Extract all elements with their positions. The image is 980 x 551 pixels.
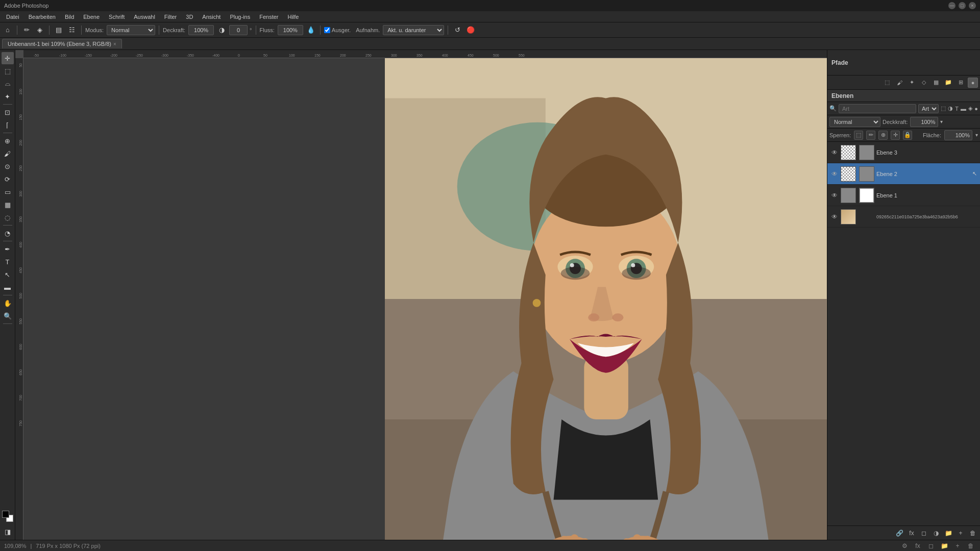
panel-icon-folder[interactable]: 📁 <box>943 78 953 88</box>
deckkraft-arrow[interactable]: ▾ <box>940 119 943 124</box>
deckkraft-input[interactable] <box>910 117 938 127</box>
shape-tool[interactable]: ▬ <box>2 281 14 293</box>
eyedropper-tool[interactable]: ⌈ <box>2 119 14 131</box>
menu-bild[interactable]: Bild <box>61 13 78 21</box>
layer-type-adjust[interactable]: ◑ <box>948 104 953 113</box>
panel-icon-star[interactable]: ✦ <box>906 78 917 88</box>
text-tool[interactable]: T <box>2 256 14 268</box>
menu-hilfe[interactable]: Hilfe <box>283 13 303 21</box>
new-group-btn[interactable]: 📁 <box>943 528 953 538</box>
brush-tool[interactable]: 🖌 <box>2 147 14 160</box>
menu-schrift[interactable]: Schrift <box>105 13 129 21</box>
akt-dropdown[interactable]: Akt. u. darunter Alle Ebenen Aktuelle Eb… <box>383 25 444 35</box>
close-tab-button[interactable]: × <box>113 41 116 47</box>
close-button[interactable]: × <box>969 2 976 9</box>
link-layers-btn[interactable]: 🔗 <box>894 528 904 538</box>
pen-tool[interactable]: ✒ <box>2 243 14 255</box>
hand-tool[interactable]: ✋ <box>2 297 14 309</box>
crop-tool[interactable]: ⊡ <box>2 106 14 118</box>
photo-canvas[interactable] <box>385 58 827 540</box>
document-tab[interactable]: Unbenannt-1 bei 109% (Ebene 3, RGB/8) × <box>2 39 122 48</box>
lasso-tool[interactable]: ⌓ <box>2 78 14 90</box>
tb-extra-icon1[interactable]: ↺ <box>452 24 463 36</box>
tb-icon-2[interactable]: ☷ <box>66 24 78 36</box>
minimize-button[interactable]: — <box>948 2 955 9</box>
layer-type-smart[interactable]: ◈ <box>968 104 972 113</box>
quick-mask-btn[interactable]: ◨ <box>2 525 14 538</box>
clone-tool[interactable]: ⊙ <box>2 160 14 172</box>
lock-position-btn[interactable]: ✏ <box>866 131 875 140</box>
add-mask-btn[interactable]: ◻ <box>919 528 929 538</box>
ausger-checkbox[interactable] <box>324 27 330 33</box>
tb-icon-1[interactable]: ▤ <box>53 24 64 36</box>
history-tool[interactable]: ⟳ <box>2 173 14 185</box>
status-icon-2[interactable]: fx <box>913 541 923 551</box>
menu-3d[interactable]: 3D <box>182 13 197 21</box>
heal-tool[interactable]: ⊕ <box>2 135 14 147</box>
add-style-btn[interactable]: fx <box>906 528 917 538</box>
dodge-tool[interactable]: ◔ <box>2 227 14 239</box>
layer-visibility-toggle[interactable]: 👁 <box>830 148 839 157</box>
status-icon-4[interactable]: 📁 <box>939 541 949 551</box>
flache-input[interactable] <box>944 130 972 140</box>
fg-bg-colors[interactable] <box>2 511 13 522</box>
modus-dropdown[interactable]: Normal Auflösen Multiplizieren <box>107 25 155 35</box>
layer-visibility-toggle[interactable]: 👁 <box>830 191 839 199</box>
layer-row[interactable]: 👁 09265c211e010a725e3ba4623a92b5b6 <box>827 206 980 228</box>
layer-visibility-toggle[interactable]: 👁 <box>830 170 839 178</box>
fluss-icon[interactable]: 💧 <box>305 24 316 36</box>
new-layer-btn[interactable]: + <box>955 528 966 538</box>
fluss-input[interactable] <box>278 25 303 35</box>
brush-tool-icon[interactable]: ✏ <box>21 24 32 36</box>
home-icon[interactable]: ⌂ <box>2 24 13 36</box>
gradient-tool[interactable]: ▦ <box>2 198 14 211</box>
layer-visibility-toggle[interactable]: 👁 <box>830 213 839 221</box>
tool-preset-icon[interactable]: ◈ <box>34 24 45 36</box>
menu-datei[interactable]: Datei <box>2 13 23 21</box>
menu-ansicht[interactable]: Ansicht <box>198 13 225 21</box>
layer-filter-toggle[interactable]: ● <box>974 104 978 113</box>
deckraft-input[interactable] <box>188 25 214 35</box>
status-icon-3[interactable]: ◻ <box>926 541 936 551</box>
move-tool[interactable]: ✛ <box>2 52 14 64</box>
panel-icon-fill[interactable]: ▦ <box>931 78 941 88</box>
layer-type-pixel[interactable]: ⬚ <box>941 104 946 113</box>
layer-row[interactable]: 👁 Ebene 1 <box>827 185 980 206</box>
maximize-button[interactable]: □ <box>959 2 966 9</box>
menu-plugins[interactable]: Plug-ins <box>226 13 254 21</box>
foreground-color[interactable] <box>2 511 9 518</box>
lock-all-btn[interactable]: 🔒 <box>903 131 912 140</box>
status-icon-1[interactable]: ⚙ <box>899 541 910 551</box>
lock-artboards-btn[interactable]: ⊕ <box>878 131 888 140</box>
lock-pixels-btn[interactable]: ⬚ <box>854 131 863 140</box>
path-select-tool[interactable]: ↖ <box>2 268 14 281</box>
delete-layer-btn[interactable]: 🗑 <box>968 528 978 538</box>
status-icon-5[interactable]: + <box>952 541 963 551</box>
layer-row[interactable]: 👁 Ebene 2 ↖ <box>827 163 980 185</box>
panel-icon-checkerboard[interactable]: ⬚ <box>882 78 892 88</box>
panel-icon-brush[interactable]: 🖌 <box>894 78 904 88</box>
select-tool[interactable]: ⬚ <box>2 65 14 77</box>
menu-fenster[interactable]: Fenster <box>255 13 282 21</box>
lock-move-btn[interactable]: ✛ <box>891 131 900 140</box>
layers-search-input[interactable] <box>839 104 916 113</box>
layer-row[interactable]: 👁 Ebene 3 <box>827 142 980 163</box>
panel-icon-grid[interactable]: ⊞ <box>955 78 966 88</box>
menu-ebene[interactable]: Ebene <box>79 13 104 21</box>
eraser-tool[interactable]: ▭ <box>2 186 14 198</box>
canvas-content[interactable] <box>23 58 827 540</box>
menu-bearbeiten[interactable]: Bearbeiten <box>24 13 60 21</box>
flache-arrow[interactable]: ▾ <box>975 132 978 138</box>
zoom-tool[interactable]: 🔍 <box>2 310 14 322</box>
panel-icon-circle[interactable]: ● <box>968 78 978 88</box>
blend-mode-dropdown[interactable]: Normal Multiplizieren Bildschirm Überlag… <box>829 117 880 127</box>
tb-extra-icon2[interactable]: 🔴 <box>465 24 476 36</box>
panel-icon-diamond[interactable]: ◇ <box>919 78 929 88</box>
angle-input[interactable] <box>229 25 248 35</box>
blur-tool[interactable]: ◌ <box>2 211 14 223</box>
menu-auswahl[interactable]: Auswahl <box>130 13 159 21</box>
menu-filter[interactable]: Filter <box>160 13 181 21</box>
new-adjustment-btn[interactable]: ◑ <box>931 528 941 538</box>
layer-type-text[interactable]: T <box>955 104 959 113</box>
layers-type-dropdown[interactable]: Art <box>918 104 939 113</box>
